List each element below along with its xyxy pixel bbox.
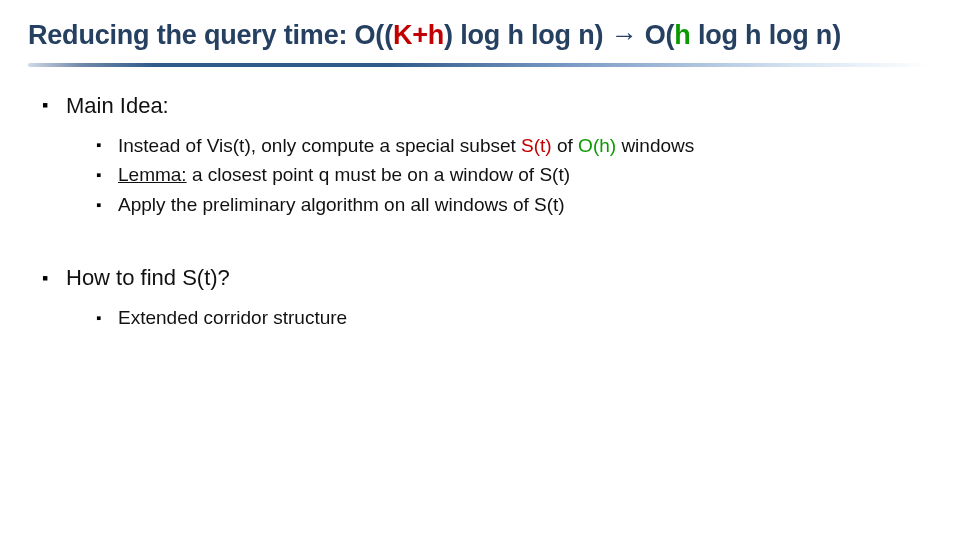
list-item: Lemma: a closest point q must be on a wi… <box>96 162 928 188</box>
title-arrow: → <box>611 20 638 50</box>
bullet-list-level2: Instead of Vis(t), only compute a specia… <box>96 133 928 218</box>
ext-text: Extended corridor structure <box>118 307 347 328</box>
bullet-list-level2: Extended corridor structure <box>96 305 928 331</box>
bullet-list-level1: How to find S(t)? Extended corridor stru… <box>42 265 928 331</box>
sub1-b: of <box>552 135 578 156</box>
slide: { "title": { "t1": "Reducing the query t… <box>0 0 960 540</box>
list-item: How to find S(t)? Extended corridor stru… <box>42 265 928 331</box>
title-text-3: O( <box>637 20 674 50</box>
title-text-1: Reducing the query time: O(( <box>28 20 393 50</box>
sub1-c: windows <box>616 135 694 156</box>
bullet-list-level1: Main Idea: Instead of Vis(t), only compu… <box>42 93 928 218</box>
sub1-oh: O(h) <box>578 135 616 156</box>
sub2-rest: a closest point q must be on a window of… <box>187 164 570 185</box>
howto-label: How to find S(t)? <box>66 265 230 290</box>
title-h: h <box>674 20 690 50</box>
list-item: Main Idea: Instead of Vis(t), only compu… <box>42 93 928 218</box>
list-item: Apply the preliminary algorithm on all w… <box>96 192 928 218</box>
slide-body: Main Idea: Instead of Vis(t), only compu… <box>28 67 932 332</box>
sub1-st: S(t) <box>521 135 552 156</box>
slide-title: Reducing the query time: O((K+h) log h l… <box>28 18 932 53</box>
title-text-2: ) log h log n) <box>444 20 610 50</box>
sub2-lemma: Lemma: <box>118 164 187 185</box>
list-item: Instead of Vis(t), only compute a specia… <box>96 133 928 159</box>
title-text-4: log h log n) <box>691 20 841 50</box>
main-idea-label: Main Idea: <box>66 93 169 118</box>
sub3-text: Apply the preliminary algorithm on all w… <box>118 194 565 215</box>
sub1-a: Instead of Vis(t), only compute a specia… <box>118 135 521 156</box>
title-kplush: K+h <box>393 20 444 50</box>
spacer <box>42 231 928 265</box>
list-item: Extended corridor structure <box>96 305 928 331</box>
